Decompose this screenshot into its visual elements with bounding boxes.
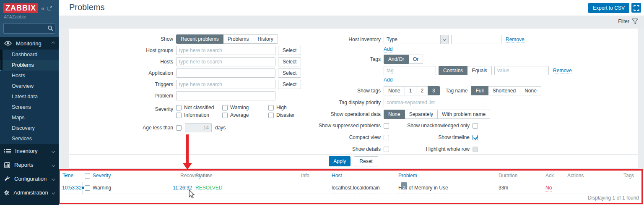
segment-option-recent-problems[interactable]: Recent problems xyxy=(176,34,223,44)
tag-name-label: Tag name xyxy=(446,88,468,94)
table-header-row: Time Severity Recovery time Status Info … xyxy=(59,173,644,181)
segment-option-none[interactable]: None xyxy=(384,110,405,119)
triggers-input[interactable] xyxy=(176,80,275,89)
ack-link[interactable]: No xyxy=(545,185,552,192)
recovery-time-link[interactable]: 11:26:32 xyxy=(172,182,192,194)
comment-bubble-icon[interactable]: ? xyxy=(401,182,407,188)
select-all-checkbox[interactable] xyxy=(85,173,90,179)
sidebar-section-configuration[interactable]: Configuration xyxy=(0,172,59,186)
host-inventory-type-select[interactable]: Type xyxy=(384,35,449,44)
hosts-label: Hosts xyxy=(69,57,173,66)
tag-remove-link[interactable]: Remove xyxy=(553,68,572,74)
segment-option-none[interactable]: None xyxy=(384,86,405,95)
severity-checkbox[interactable] xyxy=(176,113,182,118)
section-label: Monitoring xyxy=(16,40,42,47)
segment-option-andor[interactable]: And/Or xyxy=(384,55,409,64)
triggers-label: Triggers xyxy=(69,80,173,89)
show-label: Show xyxy=(69,34,173,44)
column-header-time[interactable]: Time xyxy=(62,173,68,179)
host-link[interactable]: localhost.localdomain xyxy=(332,182,380,194)
zabbix-logo[interactable]: ZABBIX xyxy=(3,3,38,13)
sidebar-item-screens[interactable]: Screens xyxy=(0,102,59,113)
wrench-icon xyxy=(4,176,10,182)
problem-label: Problem xyxy=(69,91,173,100)
popout-icon[interactable] xyxy=(47,6,52,11)
segment-option-shortened[interactable]: Shortened xyxy=(488,86,520,95)
hosts-input[interactable] xyxy=(176,57,275,66)
tag-value-input[interactable] xyxy=(494,66,549,75)
severity-checkbox[interactable] xyxy=(222,105,228,110)
show-timeline-checkbox[interactable] xyxy=(473,135,478,140)
sidebar-section-administration[interactable]: Administration xyxy=(0,186,59,200)
table-footer-count: Displaying 1 of 1 found xyxy=(588,195,639,201)
segment-option-problems[interactable]: Problems xyxy=(223,34,254,44)
list-icon xyxy=(4,149,11,154)
export-to-csv-button[interactable]: Export to CSV xyxy=(588,3,629,13)
filter-tab[interactable]: Filter xyxy=(618,18,638,24)
show-suppressed-checkbox[interactable] xyxy=(384,123,389,129)
severity-checkbox[interactable] xyxy=(268,113,274,118)
severity-checkbox[interactable] xyxy=(222,113,228,118)
tags-label: Tags xyxy=(279,56,381,62)
tag-display-priority-input[interactable] xyxy=(384,98,484,107)
severity-checkbox[interactable] xyxy=(176,105,182,110)
segment-option-3[interactable]: 3 xyxy=(428,86,440,95)
show-segmented-control: Recent problems Problems History xyxy=(176,34,278,44)
segment-option-1[interactable]: 1 xyxy=(405,86,417,95)
highlight-whole-row-checkbox[interactable] xyxy=(473,147,478,152)
sidebar-item-services[interactable]: Services xyxy=(0,134,59,144)
sidebar-section-monitoring[interactable]: Monitoring xyxy=(0,37,59,50)
segment-option-none[interactable]: None xyxy=(520,86,541,95)
sidebar-item-latest-data[interactable]: Latest data xyxy=(0,92,59,102)
problem-time-link[interactable]: 10:53:32 xyxy=(62,182,82,194)
compact-view-label: Compact view xyxy=(279,134,381,140)
sidebar-search[interactable] xyxy=(3,23,55,34)
sidebar-item-dashboard[interactable]: Dashboard xyxy=(0,50,59,60)
compact-view-checkbox[interactable] xyxy=(384,135,389,140)
segment-option-equals[interactable]: Equals xyxy=(467,66,492,75)
host-inventory-value-input[interactable] xyxy=(451,35,501,44)
problem-input[interactable] xyxy=(176,91,275,100)
segment-option-2[interactable]: 2 xyxy=(416,86,428,95)
column-header-severity[interactable]: Severity xyxy=(93,173,111,179)
application-input[interactable] xyxy=(176,68,275,78)
segment-option-contains[interactable]: Contains xyxy=(439,66,467,75)
sidebar-item-discovery[interactable]: Discovery xyxy=(0,123,59,134)
sidebar-section-reports[interactable]: Reports xyxy=(0,158,59,172)
sidebar-item-overview[interactable]: Overview xyxy=(0,81,59,92)
chevron-down-icon xyxy=(440,35,448,44)
sidebar-item-maps[interactable]: Maps xyxy=(0,113,59,123)
sidebar-scrollbar[interactable] xyxy=(0,50,3,70)
segment-option-full[interactable]: Full xyxy=(471,86,488,95)
host-groups-input[interactable] xyxy=(176,46,275,55)
sidebar-item-hosts[interactable]: Hosts xyxy=(0,71,59,81)
section-label: Inventory xyxy=(15,148,37,154)
collapse-sidebar-icon[interactable]: « xyxy=(41,6,44,11)
tag-add-link[interactable]: Add xyxy=(384,77,392,83)
tag-display-priority-label: Tag display priority xyxy=(279,100,381,105)
column-header-problem[interactable]: Problem xyxy=(398,173,417,179)
highlight-whole-row-label: Highlight whole row xyxy=(395,146,470,152)
host-inventory-remove-link[interactable]: Remove xyxy=(506,37,525,43)
host-inventory-add-link[interactable]: Add xyxy=(384,46,392,53)
age-checkbox[interactable] xyxy=(176,125,182,131)
apply-button[interactable]: Apply xyxy=(329,156,351,166)
sidebar-section-inventory[interactable]: Inventory xyxy=(0,144,59,158)
segment-option-history[interactable]: History xyxy=(253,34,278,44)
age-input[interactable] xyxy=(185,123,212,132)
segment-option-with-problem-name[interactable]: With problem name xyxy=(437,110,490,119)
row-checkbox[interactable] xyxy=(85,185,90,191)
segment-option-or[interactable]: Or xyxy=(408,55,423,64)
eye-icon xyxy=(4,41,12,46)
segment-option-separately[interactable]: Separately xyxy=(405,110,438,119)
filter-strip: Filter xyxy=(59,16,644,29)
tag-name-input[interactable] xyxy=(384,66,436,75)
severity-checkbox[interactable] xyxy=(268,105,274,110)
sidebar-item-problems[interactable]: Problems xyxy=(0,60,59,71)
show-details-checkbox[interactable] xyxy=(384,147,389,152)
show-unacknowledged-checkbox[interactable] xyxy=(473,123,478,129)
column-header-host[interactable]: Host xyxy=(332,173,342,179)
reset-button[interactable]: Reset xyxy=(354,156,378,166)
section-label: Reports xyxy=(14,162,34,168)
fullscreen-button[interactable] xyxy=(631,3,641,13)
